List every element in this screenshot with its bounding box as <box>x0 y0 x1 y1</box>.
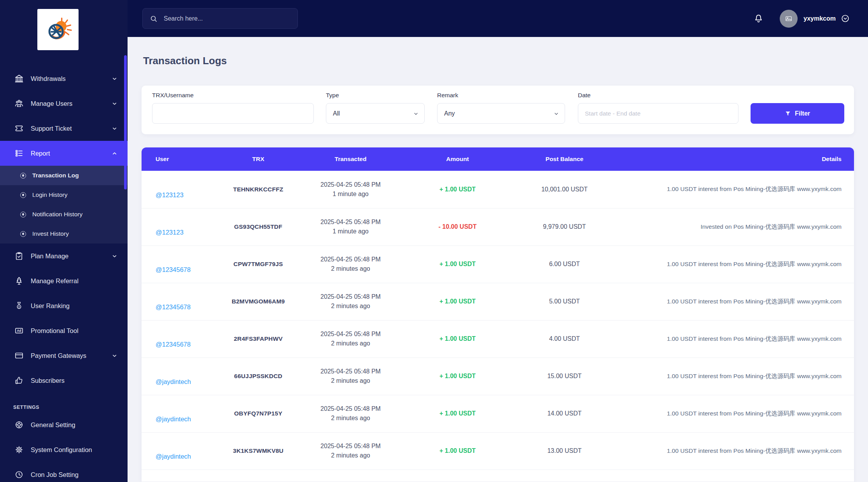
post-balance-cell: 13.00 USDT <box>523 432 606 470</box>
image-placeholder-icon <box>785 15 793 23</box>
sidebar-menu: WithdrawalsManage UsersSupport TicketRep… <box>0 66 128 482</box>
user-link[interactable]: @jaydintech <box>156 415 191 422</box>
table-row: @123123GS93QCH55TDF2025-04-25 05:48 PM1 … <box>142 208 854 245</box>
column-header-transacted: Transacted <box>309 147 392 171</box>
date-range-input[interactable] <box>578 103 738 124</box>
details-cell: 1.00 USDT interest from Pos Mining-优选源码库… <box>606 358 854 395</box>
user-menu-chevron[interactable] <box>841 14 850 23</box>
user-link[interactable]: @jaydintech <box>156 378 191 385</box>
chevron-down-icon <box>112 126 117 131</box>
amount-cell: + 1.00 USDT <box>392 283 523 320</box>
filter-field-trx-username: TRX/Username <box>152 86 314 134</box>
ad-icon: Ad <box>14 326 24 336</box>
remark-label: Remark <box>437 92 565 99</box>
sidebar-item-payment-gateways[interactable]: Payment Gateways <box>0 343 128 368</box>
table-row: @12345678CPW7TMGF79JS2025-04-25 05:48 PM… <box>142 245 854 283</box>
avatar[interactable] <box>780 10 798 28</box>
transacted-datetime: 2025-04-25 05:48 PM <box>309 367 392 376</box>
brand-logo[interactable] <box>37 9 79 50</box>
sidebar-item-manage-referral[interactable]: Manage Referral <box>0 268 128 293</box>
sidebar-subitem-notification-history[interactable]: Notification History <box>0 205 128 224</box>
funnel-icon <box>785 110 791 117</box>
search-input[interactable] <box>163 15 290 23</box>
circle-dot-icon <box>20 231 26 237</box>
sidebar-item-label: Withdrawals <box>31 75 112 82</box>
trx-username-label: TRX/Username <box>152 92 314 99</box>
sidebar-item-label: Cron Job Setting <box>31 471 117 478</box>
sidebar-item-label: User Ranking <box>31 302 117 310</box>
post-balance-cell: 4.00 USDT <box>523 320 606 358</box>
user-cell: @123123 <box>142 208 208 245</box>
user-cell: @jaydintech <box>142 432 208 470</box>
type-label: Type <box>326 92 425 99</box>
sidebar-item-subscribers[interactable]: Subscribers <box>0 368 128 393</box>
user-link[interactable]: @123123 <box>156 191 184 198</box>
sidebar-subitem-invest-history[interactable]: Invest History <box>0 224 128 244</box>
details-cell: 1.00 USDT interest from Pos Mining-优选源码库… <box>606 432 854 470</box>
amount-cell: + 1.00 USDT <box>392 395 523 432</box>
filter-card: TRX/Username Type All Remark Any Date Fi… <box>142 86 854 134</box>
amount-cell: + 1.00 USDT <box>392 320 523 358</box>
clipboard-icon <box>14 251 24 261</box>
details-cell: Invested on Pos Mining-优选源码库 www.yxymk.c… <box>606 208 854 245</box>
topbar: yxymkcom <box>128 0 868 37</box>
wheel-icon <box>14 420 24 430</box>
filter-button[interactable]: Filter <box>751 103 844 124</box>
details-cell: 1.00 USDT interest from Pos Mining-优选源码库… <box>606 283 854 320</box>
sidebar-item-report[interactable]: Report <box>0 141 128 166</box>
post-balance-cell: 9,979.00 USDT <box>523 208 606 245</box>
sidebar-item-withdrawals[interactable]: Withdrawals <box>0 66 128 91</box>
remark-select[interactable]: Any <box>437 103 565 124</box>
report-icon <box>14 148 24 158</box>
transacted-relative: 2 minutes ago <box>309 414 392 423</box>
medal-icon <box>14 301 24 311</box>
user-link[interactable]: @jaydintech <box>156 453 191 460</box>
sidebar-scrollbar[interactable] <box>124 55 127 189</box>
sidebar-item-support-ticket[interactable]: Support Ticket <box>0 116 128 141</box>
column-header-details: Details <box>606 147 854 171</box>
details-cell: 1.00 USDT interest from Pos Mining-优选源码库… <box>606 395 854 432</box>
transacted-datetime: 2025-04-25 05:48 PM <box>309 255 392 264</box>
filter-field-remark: Remark Any <box>437 86 565 134</box>
transacted-cell: 2025-04-25 05:48 PM2 minutes ago <box>309 395 392 432</box>
trx-code: 66UJJPSSKDCD <box>208 358 309 395</box>
sidebar-item-system-configuration[interactable]: System Configuration <box>0 437 128 462</box>
sidebar-item-label: Promotional Tool <box>31 327 117 335</box>
gear-icon <box>14 445 24 455</box>
user-link[interactable]: @123123 <box>156 229 184 236</box>
sidebar-subitem-transaction-log[interactable]: Transaction Log <box>0 166 128 185</box>
transacted-cell: 2025-04-25 05:48 PM2 minutes ago <box>309 245 392 283</box>
sidebar-subitem-label: Invest History <box>32 230 69 237</box>
trx-username-input[interactable] <box>152 103 314 124</box>
amount-cell: + 1.00 USDT <box>392 358 523 395</box>
username[interactable]: yxymkcom <box>803 15 836 22</box>
transacted-cell: 2025-04-25 05:48 PM1 minute ago <box>309 171 392 208</box>
transacted-relative: 2 minutes ago <box>309 451 392 460</box>
user-link[interactable]: @12345678 <box>156 266 191 273</box>
table-row: @123456782R4FS3FAPHWV2025-04-25 05:48 PM… <box>142 320 854 358</box>
transacted-datetime: 2025-04-25 05:48 PM <box>309 442 392 451</box>
sidebar-item-general-setting[interactable]: General Setting <box>0 412 128 437</box>
trx-code: B2MVMGOM6AM9 <box>208 283 309 320</box>
post-balance-cell: 15.00 USDT <box>523 358 606 395</box>
user-cell: @12345678 <box>142 283 208 320</box>
user-cell: @123123 <box>142 171 208 208</box>
topbar-actions: yxymkcom <box>753 0 850 37</box>
sidebar-item-label: System Configuration <box>31 446 117 454</box>
sidebar-item-manage-users[interactable]: Manage Users <box>0 91 128 116</box>
sidebar-item-promotional-tool[interactable]: AdPromotional Tool <box>0 318 128 343</box>
sidebar-item-user-ranking[interactable]: User Ranking <box>0 293 128 318</box>
type-select[interactable]: All <box>326 103 425 124</box>
sidebar-subitem-login-history[interactable]: Login History <box>0 185 128 205</box>
user-link[interactable]: @12345678 <box>156 341 191 348</box>
user-link[interactable]: @12345678 <box>156 303 191 310</box>
transacted-relative: 2 minutes ago <box>309 376 392 386</box>
sidebar-item-plan-manage[interactable]: Plan Manage <box>0 244 128 268</box>
chevron-down-icon <box>112 253 117 259</box>
filter-field-date: Date <box>578 86 738 134</box>
table-row: @jaydintech3K1KS7WMKV8U2025-04-25 05:48 … <box>142 432 854 470</box>
transacted-cell: 2025-04-25 05:48 PM1 minute ago <box>309 208 392 245</box>
table-header-row: UserTRXTransactedAmountPost BalanceDetai… <box>142 147 854 171</box>
sidebar-item-cron-job-setting[interactable]: Cron Job Setting <box>0 462 128 482</box>
notifications-button[interactable] <box>753 13 764 24</box>
